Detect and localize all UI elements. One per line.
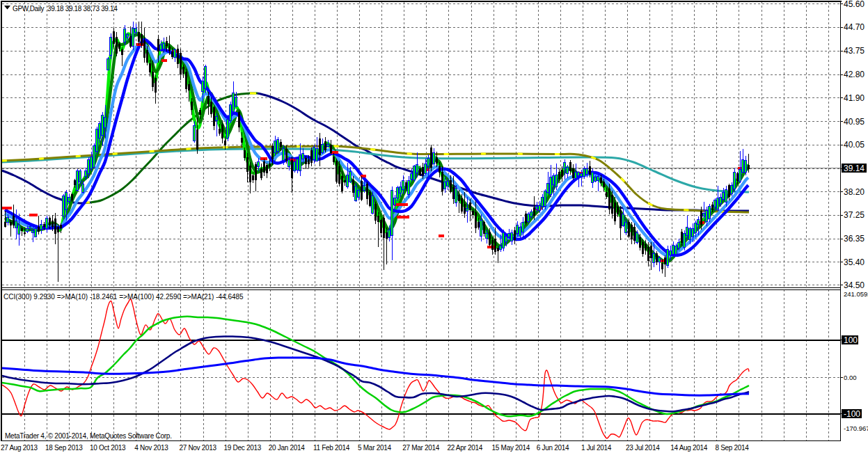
svg-text:4 Nov 2013: 4 Nov 2013	[134, 444, 168, 452]
svg-text:43.75: 43.75	[844, 46, 865, 56]
svg-text:5 Mar 2014: 5 Mar 2014	[358, 444, 391, 452]
svg-text:44.70: 44.70	[844, 22, 865, 32]
svg-text:45.60: 45.60	[844, 0, 865, 9]
svg-text:14 Aug 2014: 14 Aug 2014	[670, 444, 708, 452]
svg-text:1 Jul 2014: 1 Jul 2014	[581, 444, 612, 452]
svg-text:-170.967: -170.967	[844, 424, 868, 432]
svg-text:36.35: 36.35	[844, 234, 865, 244]
svg-text:CCI(300) 9.2930 =>MA(10) -18.: CCI(300) 9.2930 =>MA(10) -18.2461 =>MA(1…	[3, 293, 244, 301]
svg-text:27 Aug 2013: 27 Aug 2013	[1, 444, 38, 452]
svg-text:20 Jan 2014: 20 Jan 2014	[269, 444, 305, 452]
svg-text:23 Jul 2014: 23 Jul 2014	[626, 444, 660, 452]
svg-text:GPW,Daily 39.18 39.18 38.73 3: GPW,Daily 39.18 39.18 38.73 39.14	[13, 5, 118, 13]
svg-text:40.95: 40.95	[844, 117, 865, 127]
svg-text:18 Sep 2013: 18 Sep 2013	[45, 444, 83, 452]
svg-text:0.00: 0.00	[844, 374, 857, 381]
svg-text:MetaTrader 4, © 2001-2014, Met: MetaTrader 4, © 2001-2014, MetaQuotes So…	[5, 432, 172, 440]
svg-text:35.40: 35.40	[844, 257, 865, 267]
svg-text:42.80: 42.80	[844, 70, 865, 79]
svg-text:11 Feb 2014: 11 Feb 2014	[313, 444, 350, 452]
svg-text:10 Oct 2013: 10 Oct 2013	[90, 444, 126, 452]
svg-text:241.0592: 241.0592	[844, 290, 868, 298]
svg-text:40.05: 40.05	[844, 140, 865, 150]
svg-text:39.14: 39.14	[844, 164, 865, 173]
svg-text:19 Dec 2013: 19 Dec 2013	[224, 444, 262, 452]
svg-text:27 Nov 2013: 27 Nov 2013	[179, 444, 216, 452]
svg-text:8 Sep 2014: 8 Sep 2014	[715, 444, 749, 452]
svg-text:15 May 2014: 15 May 2014	[492, 444, 530, 452]
svg-text:27 Mar 2014: 27 Mar 2014	[402, 444, 440, 452]
svg-text:41.90: 41.90	[844, 93, 865, 103]
svg-text:37.25: 37.25	[844, 210, 865, 220]
svg-text:100: 100	[844, 335, 858, 345]
svg-text:22 Apr 2014: 22 Apr 2014	[447, 444, 482, 452]
svg-text:-100: -100	[844, 409, 860, 419]
svg-text:38.20: 38.20	[844, 187, 865, 197]
svg-text:34.50: 34.50	[844, 280, 865, 290]
svg-text:6 Jun 2014: 6 Jun 2014	[537, 444, 569, 452]
